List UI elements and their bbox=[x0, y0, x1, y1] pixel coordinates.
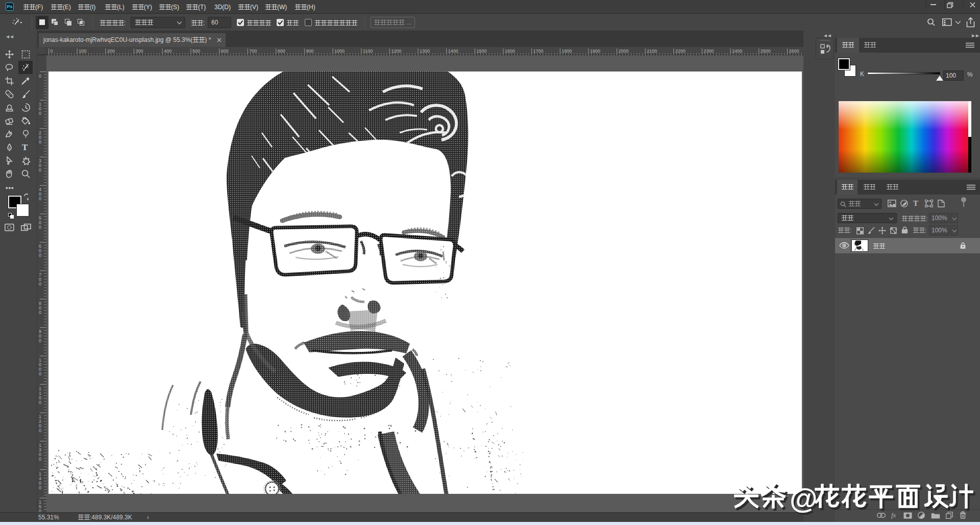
svg-text:1900: 1900 bbox=[590, 49, 600, 54]
svg-text:2200: 2200 bbox=[675, 49, 685, 54]
svg-text:0: 0 bbox=[39, 400, 41, 405]
svg-text:1300: 1300 bbox=[420, 49, 430, 54]
svg-text:2300: 2300 bbox=[704, 49, 714, 54]
svg-text:0: 0 bbox=[39, 457, 41, 462]
svg-text:500: 500 bbox=[192, 49, 200, 54]
svg-text:1000: 1000 bbox=[334, 49, 345, 54]
svg-text:0: 0 bbox=[39, 253, 41, 258]
svg-text:600: 600 bbox=[221, 49, 229, 54]
svg-text:0: 0 bbox=[39, 111, 41, 116]
svg-text:1800: 1800 bbox=[561, 49, 572, 54]
svg-text:2000: 2000 bbox=[619, 49, 629, 54]
svg-text:400: 400 bbox=[164, 49, 172, 54]
svg-text:0: 0 bbox=[39, 139, 41, 145]
svg-text:0: 0 bbox=[39, 485, 41, 490]
svg-text:1700: 1700 bbox=[533, 49, 544, 54]
svg-text:1200: 1200 bbox=[391, 49, 401, 54]
svg-text:1100: 1100 bbox=[363, 49, 373, 54]
svg-text:0: 0 bbox=[39, 74, 41, 79]
svg-text:1500: 1500 bbox=[476, 49, 486, 54]
svg-text:200: 200 bbox=[107, 49, 115, 54]
svg-text:1400: 1400 bbox=[448, 49, 458, 54]
svg-text:0: 0 bbox=[51, 49, 53, 54]
svg-text:1600: 1600 bbox=[505, 49, 515, 54]
svg-text:2500: 2500 bbox=[761, 49, 771, 54]
svg-text:700: 700 bbox=[249, 49, 257, 54]
svg-text:0: 0 bbox=[39, 196, 41, 201]
svg-text:900: 900 bbox=[306, 49, 313, 54]
svg-text:2100: 2100 bbox=[647, 49, 657, 54]
svg-text:0: 0 bbox=[39, 310, 41, 315]
svg-text:300: 300 bbox=[136, 49, 143, 54]
svg-text:@: @ bbox=[790, 482, 818, 514]
svg-text:0: 0 bbox=[39, 225, 41, 230]
svg-text:2400: 2400 bbox=[732, 49, 742, 54]
svg-text:0: 0 bbox=[39, 428, 41, 433]
svg-text:100: 100 bbox=[79, 49, 86, 54]
svg-text:800: 800 bbox=[278, 49, 285, 54]
svg-text:0: 0 bbox=[39, 338, 41, 343]
svg-text:0: 0 bbox=[39, 509, 41, 512]
svg-text:2600: 2600 bbox=[789, 49, 799, 54]
svg-text:0: 0 bbox=[39, 281, 41, 287]
svg-text:0: 0 bbox=[39, 168, 41, 173]
svg-text:0: 0 bbox=[39, 371, 41, 376]
